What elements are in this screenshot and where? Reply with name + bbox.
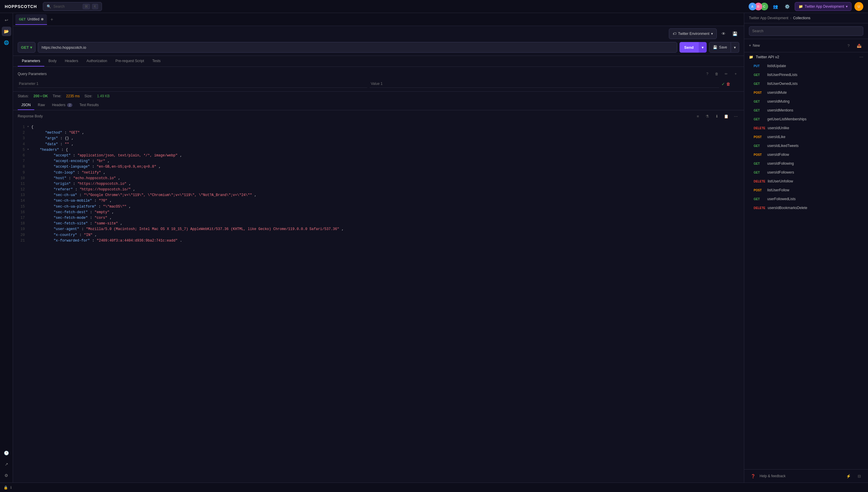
settings-icon[interactable]: ⚙️ [783, 2, 792, 11]
environment-btn[interactable]: 🏷 Twitter Environment ▾ [669, 28, 717, 39]
endpoint-item[interactable]: GET usersIdMentions ⋯ [744, 106, 868, 115]
endpoint-name: listIdUpdate [767, 64, 857, 68]
sidebar-item-environments[interactable]: 🌐 [2, 38, 11, 47]
people-icon[interactable]: 👥 [771, 2, 780, 11]
collection-more-btn[interactable]: ⋯ [860, 55, 863, 59]
param-value-input[interactable] [370, 80, 719, 88]
param-name-input[interactable] [18, 80, 367, 88]
endpoint-item[interactable]: POST usersIdLike ⋯ [744, 132, 868, 141]
user-avatar[interactable]: U [854, 2, 863, 11]
endpoint-item[interactable]: PUT listIdUpdate ⋯ [744, 62, 868, 70]
query-help-btn[interactable]: ? [704, 70, 711, 77]
endpoint-name: listUserPinnedLists [767, 73, 857, 77]
shield-icon[interactable]: 🔒 [4, 486, 8, 490]
request-tab[interactable]: GET Untitled [16, 14, 47, 25]
collection-header[interactable]: 📁 Twitter API v2 ⋯ [744, 52, 868, 62]
endpoint-item[interactable]: DELETE usersIdBookmarksDelete ⋯ [744, 203, 868, 212]
collection-search-input[interactable] [749, 26, 863, 36]
breadcrumb-separator: › [790, 16, 791, 20]
endpoint-item[interactable]: GET getUserListMemberships ⋯ [744, 115, 868, 124]
help-icon[interactable]: ❓ [749, 472, 757, 480]
tab-parameters[interactable]: Parameters [18, 56, 44, 67]
new-collection-btn[interactable]: + New [749, 44, 760, 48]
response-tab-headers[interactable]: Headers 2 [49, 101, 76, 110]
send-button[interactable]: Send [680, 42, 699, 53]
tab-tests[interactable]: Tests [148, 56, 165, 67]
copy-icon[interactable]: 📋 [722, 113, 730, 120]
method-select[interactable]: GET ▾ [18, 42, 35, 53]
search-kbd-k: K [92, 4, 98, 9]
url-input[interactable] [38, 42, 677, 53]
endpoint-item[interactable]: GET usersIdFollowing ⋯ [744, 159, 868, 168]
sidebar-item-requests[interactable]: ↩ [2, 16, 11, 25]
layout-icon[interactable]: ⊟ [855, 472, 863, 480]
format-icon[interactable]: ≡ [694, 113, 701, 120]
search-box[interactable]: 🔍 Search ⌘ K [43, 2, 102, 11]
workspace-btn[interactable]: 📁 Twitter App Development ▾ [795, 2, 851, 11]
endpoint-method: GET [754, 118, 765, 121]
endpoint-item[interactable]: GET usersIdFollowers ⋯ [744, 168, 868, 177]
endpoint-item[interactable]: DELETE listUserUnfollow ⋯ [744, 177, 868, 186]
request-bar: GET ▾ Send ▾ 💾 Save ▾ [13, 39, 744, 56]
query-edit-btn[interactable]: ✏ [722, 70, 730, 77]
response-tab-json[interactable]: JSON [18, 101, 34, 110]
lightning-icon[interactable]: ⚡ [844, 472, 852, 480]
bottom-bar: 🔒 ℹ [0, 483, 868, 492]
save-dropdown-btn[interactable]: ▾ [731, 42, 739, 53]
endpoint-item[interactable]: POST usersIdFollow ⋯ [744, 150, 868, 159]
json-line-6: 6 "accept": "application/json, text/plai… [18, 153, 739, 158]
tab-body[interactable]: Body [44, 56, 60, 67]
json-line-9: 9 "cdn-loop": "netlify", [18, 170, 739, 176]
json-line-7: 7 "accept-encoding": "br", [18, 158, 739, 164]
send-dropdown-btn[interactable]: ▾ [699, 42, 707, 53]
sidebar-item-history[interactable]: 🕐 [2, 448, 11, 458]
param-delete-icon[interactable]: 🗑 [726, 82, 730, 87]
response-tab-tests[interactable]: Test Results [76, 101, 102, 110]
send-btn-group: Send ▾ [680, 42, 707, 53]
right-panel: Twitter App Development › Collections + … [744, 13, 868, 483]
collection-name: Twitter API v2 [756, 55, 779, 59]
response-body-header: Response Body ≡ ⚗ ⬇ 📋 ⋯ [13, 110, 744, 122]
sidebar-item-collections[interactable]: 📂 [2, 27, 11, 36]
endpoint-item[interactable]: GET listUserPinnedLists ⋯ [744, 70, 868, 79]
info-icon[interactable]: ℹ [10, 486, 12, 490]
json-line-21: 21 "x-forwarded-for": "2409:40f3:a:4404:… [18, 238, 739, 244]
endpoint-item[interactable]: GET usersIdMuting ⋯ [744, 97, 868, 106]
tab-headers[interactable]: Headers [60, 56, 82, 67]
more-icon[interactable]: ⋯ [732, 113, 739, 120]
save-button[interactable]: 💾 Save [709, 42, 731, 53]
filter-icon[interactable]: ⚗ [704, 113, 711, 120]
collection-import-btn[interactable]: 📤 [855, 41, 863, 50]
query-add-btn[interactable]: + [732, 70, 739, 77]
param-check-icon[interactable]: ✓ [721, 82, 725, 87]
tab-prerequest[interactable]: Pre-request Script [111, 56, 148, 67]
endpoint-item[interactable]: POST usersIdMute ⋯ [744, 88, 868, 97]
tab-unsaved-dot [41, 18, 44, 20]
collection-help-btn[interactable]: ? [844, 41, 852, 50]
tab-bar: GET Untitled + [13, 13, 744, 26]
save-to-collection-icon[interactable]: 💾 [730, 29, 739, 38]
endpoint-item[interactable]: GET usersIdLikedTweets ⋯ [744, 141, 868, 150]
save-icon: 💾 [713, 45, 717, 49]
headers-badge: 2 [67, 103, 72, 107]
response-status-bar: Status: 200 • OK Time: 2235 ms Size: 1.4… [13, 92, 744, 101]
right-panel-toolbar: + New ? 📤 [744, 39, 868, 52]
endpoint-item[interactable]: GET userFollowedLists ⋯ [744, 195, 868, 203]
response-tab-raw[interactable]: Raw [34, 101, 49, 110]
endpoint-item[interactable]: GET listUserOwnedLists ⋯ [744, 79, 868, 88]
endpoint-name: getUserListMemberships [767, 117, 857, 121]
breadcrumb-parent[interactable]: Twitter App Development [749, 16, 788, 20]
add-tab-btn[interactable]: + [48, 16, 56, 24]
endpoint-item[interactable]: DELETE usersIdUnlike ⋯ [744, 124, 868, 132]
size-label: Size: [84, 94, 93, 98]
tab-authorization[interactable]: Authorization [82, 56, 111, 67]
sidebar-item-settings[interactable]: ⚙ [2, 471, 11, 480]
sidebar-item-share[interactable]: ↗ [2, 460, 11, 469]
avatar-group: A B C [748, 3, 768, 10]
query-delete-btn[interactable]: 🗑 [713, 70, 720, 77]
download-icon[interactable]: ⬇ [713, 113, 720, 120]
json-line-1: 1 ▾ { [18, 124, 739, 130]
endpoint-item[interactable]: POST listUserFollow ⋯ [744, 186, 868, 195]
avatar-1: A [748, 3, 756, 10]
eye-icon[interactable]: 👁 [719, 29, 728, 38]
